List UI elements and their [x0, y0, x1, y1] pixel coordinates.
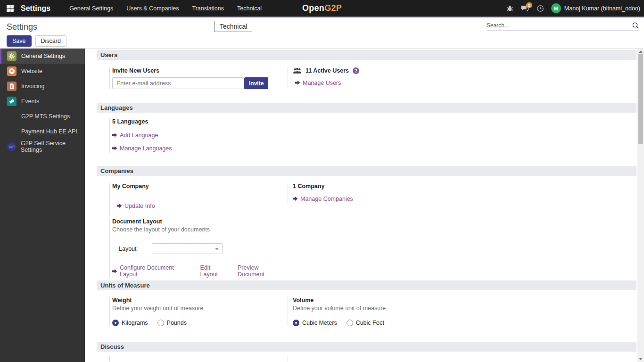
activities-clock-icon[interactable]: [534, 2, 546, 15]
document-layout-label: Document Layout: [112, 218, 286, 225]
my-company-box: My Company Update Info: [109, 183, 286, 216]
help-icon[interactable]: ?: [353, 67, 359, 74]
add-language-link[interactable]: Add Language: [112, 132, 158, 139]
radio-checked-icon: [293, 320, 299, 326]
scroll-down-arrow[interactable]: [639, 358, 643, 360]
logo-open-text: Open: [302, 3, 324, 13]
top-navbar: Settings General Settings Users & Compan…: [0, 0, 644, 17]
weight-uom-box: Weight Define your weight unit of measur…: [109, 297, 286, 326]
g2p-logo-icon: G2P: [7, 142, 16, 151]
section-header-companies: Companies: [97, 166, 636, 176]
right-arrow-icon: [293, 196, 298, 201]
manage-users-link[interactable]: Manage Users: [295, 80, 341, 86]
sidebar-item-label: Website: [21, 68, 42, 74]
nav-item-technical[interactable]: Technical: [231, 0, 268, 16]
settings-sidebar: General Settings Website $ Invoicing Eve…: [0, 49, 85, 362]
sidebar-item-events[interactable]: Events: [0, 94, 85, 109]
search-box: [487, 20, 639, 31]
languages-count: 5 Languages: [112, 118, 286, 125]
volume-desc: Define your volume unit of measure: [293, 305, 443, 312]
company-count: 1 Company: [293, 183, 429, 189]
app-name[interactable]: Settings: [21, 4, 50, 13]
nav-item-users-companies[interactable]: Users & Companies: [120, 0, 185, 16]
globe-icon: [7, 66, 17, 76]
vertical-scrollbar[interactable]: [637, 49, 644, 362]
volume-title: Volume: [293, 297, 443, 304]
layout-select[interactable]: [152, 243, 223, 254]
messages-icon[interactable]: 2: [519, 2, 531, 15]
radio-cubic-meters[interactable]: Cubic Meters: [293, 320, 337, 326]
ticket-icon: [7, 97, 17, 106]
section-header-units-of-measure: Units of Measure: [97, 280, 636, 290]
right-arrow-icon: [117, 203, 122, 208]
my-company-label: My Company: [112, 183, 286, 189]
preview-document-link[interactable]: Preview Document: [238, 264, 286, 278]
sidebar-item-label: Invoicing: [21, 83, 44, 90]
sidebar-item-label: G2P Self Service Settings: [21, 140, 85, 153]
nav-item-general-settings[interactable]: General Settings: [63, 0, 120, 16]
section-header-users: Users: [97, 50, 636, 60]
settings-content: Users Invite New Users Invite 11 Active …: [85, 49, 637, 362]
radio-checked-icon: [112, 320, 119, 326]
navbar-right-icons: 2 M Manoj Kumar (bitnami_odoo): [504, 2, 640, 15]
sidebar-item-general-settings[interactable]: General Settings: [0, 49, 85, 64]
right-arrow-icon: [112, 132, 117, 138]
right-arrow-icon: [295, 80, 300, 85]
search-icon[interactable]: [632, 22, 639, 29]
active-users-count: 11 Active Users: [305, 67, 349, 74]
gear-icon: [7, 51, 17, 61]
debug-bug-icon[interactable]: [504, 2, 516, 15]
user-avatar: M: [551, 3, 561, 13]
configure-document-layout-link[interactable]: Configure Document Layout: [112, 264, 192, 278]
sidebar-item-invoicing[interactable]: $ Invoicing: [0, 79, 85, 94]
scroll-up-arrow[interactable]: [639, 50, 643, 53]
weight-desc: Define your weight unit of measure: [112, 305, 286, 312]
page-title: Settings: [7, 22, 37, 32]
document-layout-box: Document Layout Choose the layout of you…: [109, 218, 286, 278]
svg-text:$: $: [11, 85, 13, 89]
user-name: Manoj Kumar (bitnami_odoo): [564, 5, 640, 12]
active-users-box: 11 Active Users ? Manage Users: [288, 67, 429, 87]
section-header-discuss: Discuss: [97, 342, 636, 352]
radio-kilograms[interactable]: Kilograms: [112, 320, 148, 326]
divider: [288, 356, 288, 362]
user-menu[interactable]: M Manoj Kumar (bitnami_odoo): [551, 3, 640, 13]
invite-email-input[interactable]: [112, 77, 244, 89]
radio-cubic-feet[interactable]: Cubic Feet: [347, 320, 384, 326]
sidebar-item-g2p-mts-settings[interactable]: G2P MTS Settings: [0, 109, 85, 124]
sidebar-item-g2p-self-service-settings[interactable]: G2P G2P Self Service Settings: [0, 139, 85, 154]
right-arrow-icon: [112, 269, 117, 274]
divider: [109, 356, 110, 362]
radio-unchecked-icon: [157, 320, 164, 326]
weight-title: Weight: [112, 297, 286, 304]
company-count-box: 1 Company Manage Companies: [288, 183, 429, 203]
invite-button[interactable]: Invite: [244, 77, 268, 89]
apps-menu-icon[interactable]: [7, 5, 14, 12]
sidebar-item-label: Payment Hub EE API: [21, 128, 77, 135]
scrollbar-thumb[interactable]: [638, 54, 643, 144]
nav-menu: General Settings Users & Companies Trans…: [63, 0, 268, 16]
section-header-languages: Languages: [97, 103, 636, 113]
nav-item-translations[interactable]: Translations: [185, 0, 231, 16]
manage-companies-link[interactable]: Manage Companies: [293, 196, 353, 202]
sidebar-item-label: General Settings: [21, 53, 65, 59]
invite-users-box: Invite New Users Invite: [109, 67, 286, 89]
technical-tooltip: Technical: [215, 21, 252, 32]
logo-g2p-text: G2P: [324, 3, 342, 13]
right-arrow-icon: [112, 146, 117, 151]
edit-layout-link[interactable]: Edit Layout: [200, 264, 229, 278]
openg2p-logo: OpenG2P: [302, 3, 342, 13]
sidebar-item-website[interactable]: Website: [0, 64, 85, 79]
volume-uom-box: Volume Define your volume unit of measur…: [288, 297, 443, 326]
discard-button[interactable]: Discard: [35, 35, 66, 47]
languages-box: 5 Languages Add Language Manage Language…: [109, 118, 286, 153]
update-info-link[interactable]: Update Info: [117, 203, 155, 209]
layout-field-label: Layout: [119, 246, 152, 252]
search-input[interactable]: [487, 22, 632, 29]
radio-pounds[interactable]: Pounds: [157, 320, 187, 326]
invoice-icon: $: [7, 82, 17, 91]
manage-languages-link[interactable]: Manage Languages: [112, 145, 172, 152]
sidebar-item-payment-hub-ee-api[interactable]: Payment Hub EE API: [0, 124, 85, 139]
invite-new-users-label: Invite New Users: [112, 67, 286, 74]
save-button[interactable]: Save: [7, 35, 32, 47]
